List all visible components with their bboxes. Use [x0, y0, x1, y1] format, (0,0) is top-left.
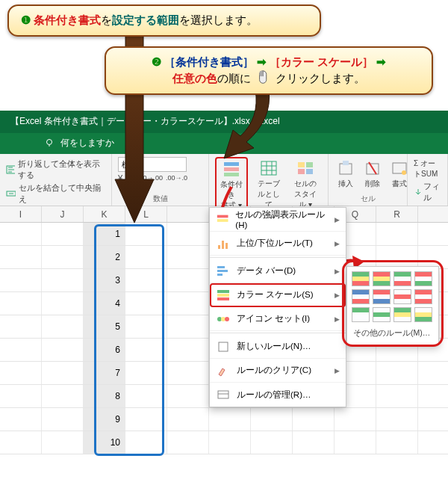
cell[interactable] — [376, 385, 418, 407]
cell[interactable]: 8 — [84, 385, 125, 407]
cell[interactable] — [0, 246, 42, 268]
more-rules-button[interactable]: その他のルール(M)… — [352, 327, 434, 340]
cell[interactable] — [0, 339, 42, 361]
cell[interactable] — [42, 408, 84, 431]
cell[interactable]: 10 — [84, 431, 125, 454]
cell[interactable] — [167, 269, 209, 291]
menu-item-clear-rules[interactable]: ルールのクリア(C)▶ — [210, 359, 346, 383]
cell[interactable] — [167, 223, 209, 245]
cell[interactable] — [42, 362, 84, 384]
menu-item-manage-rules[interactable]: ルールの管理(R)… — [210, 383, 346, 407]
cell[interactable] — [42, 292, 84, 315]
table-row[interactable]: 10 — [0, 431, 448, 454]
cell[interactable] — [293, 431, 335, 454]
cell[interactable] — [42, 315, 84, 338]
cell[interactable] — [0, 223, 42, 245]
color-scale-swatch[interactable] — [352, 307, 370, 322]
cell[interactable] — [167, 246, 209, 268]
color-scale-swatch[interactable] — [414, 289, 432, 304]
cell[interactable] — [167, 431, 209, 454]
merge-center-button[interactable]: セルを結合して中央揃え — [6, 182, 105, 205]
cell[interactable] — [209, 431, 251, 454]
cell[interactable]: 2 — [84, 246, 125, 268]
color-scale-swatch[interactable] — [352, 289, 370, 304]
cell[interactable] — [167, 292, 209, 315]
cell[interactable] — [376, 246, 418, 268]
cell[interactable]: 1 — [84, 223, 125, 245]
cell[interactable] — [335, 408, 376, 431]
cell[interactable] — [125, 431, 167, 454]
cell[interactable] — [125, 246, 167, 268]
cell[interactable] — [376, 408, 418, 431]
cell[interactable] — [125, 223, 167, 245]
cell[interactable]: 4 — [84, 292, 125, 315]
cell[interactable] — [42, 269, 84, 291]
table-row[interactable]: 9 — [0, 408, 448, 431]
column-header[interactable]: I — [0, 206, 42, 222]
decrease-decimal-button[interactable]: .00→.0 — [166, 174, 187, 182]
cell[interactable] — [209, 408, 251, 431]
cell[interactable] — [0, 431, 42, 454]
cell[interactable] — [167, 315, 209, 338]
conditional-formatting-button[interactable]: 条件付き 書式 ▾ — [215, 157, 248, 214]
cell[interactable] — [167, 339, 209, 361]
color-scale-swatch[interactable] — [373, 271, 391, 286]
cell-styles-button[interactable]: セルの スタイル ▾ — [289, 157, 322, 212]
color-scale-swatch[interactable] — [373, 289, 391, 304]
cell[interactable] — [42, 431, 84, 454]
cell[interactable]: 5 — [84, 315, 125, 338]
color-scale-swatch[interactable] — [414, 271, 432, 286]
cell[interactable] — [42, 246, 84, 268]
cell[interactable] — [376, 431, 418, 454]
cell[interactable] — [376, 223, 418, 245]
cell[interactable] — [0, 408, 42, 431]
cell[interactable] — [0, 385, 42, 407]
cell[interactable] — [167, 385, 209, 407]
cell[interactable] — [335, 431, 376, 454]
cell[interactable] — [125, 292, 167, 315]
cell[interactable] — [251, 431, 293, 454]
menu-item-data-bars[interactable]: データ バー(D)▶ — [210, 259, 346, 283]
fill-button[interactable]: フィル — [414, 181, 441, 203]
cell[interactable] — [42, 339, 84, 361]
column-header[interactable]: R — [376, 206, 418, 222]
cell[interactable] — [125, 362, 167, 384]
cell[interactable] — [293, 408, 335, 431]
menu-item-color-scales[interactable]: カラー スケール(S)▶ — [210, 283, 346, 307]
cell[interactable] — [251, 408, 293, 431]
color-scale-swatch[interactable] — [393, 289, 411, 304]
wrap-text-button[interactable]: 折り返して全体を表示する — [6, 158, 105, 181]
cell[interactable] — [0, 292, 42, 315]
menu-item-highlight-rules[interactable]: セルの強調表示ルール(H)▶ — [210, 208, 346, 232]
cell[interactable]: 6 — [84, 339, 125, 361]
cell[interactable] — [125, 408, 167, 431]
autosum-button[interactable]: Σ オートSUM — [414, 158, 441, 179]
menu-item-icon-sets[interactable]: アイコン セット(I)▶ — [210, 307, 346, 331]
cell[interactable] — [0, 269, 42, 291]
cell[interactable]: 9 — [84, 408, 125, 431]
cell[interactable] — [376, 362, 418, 384]
column-header[interactable] — [167, 206, 209, 222]
menu-item-top-bottom-rules[interactable]: 上位/下位ルール(T)▶ — [210, 232, 346, 256]
cell[interactable]: 7 — [84, 362, 125, 384]
cell[interactable] — [125, 385, 167, 407]
cell[interactable] — [42, 223, 84, 245]
color-scale-swatch[interactable] — [373, 307, 391, 322]
cell[interactable] — [125, 315, 167, 338]
delete-button[interactable]: 削除 — [361, 157, 384, 191]
cell[interactable] — [42, 385, 84, 407]
cell[interactable] — [167, 408, 209, 431]
column-header[interactable]: J — [42, 206, 84, 222]
menu-item-new-rule[interactable]: 新しいルール(N)… — [210, 335, 346, 359]
cell[interactable] — [125, 339, 167, 361]
color-scale-swatch[interactable] — [352, 271, 370, 286]
cell[interactable] — [167, 362, 209, 384]
color-scale-swatch[interactable] — [414, 307, 432, 322]
insert-button[interactable]: 挿入 — [335, 157, 357, 191]
cell[interactable] — [125, 269, 167, 291]
cell[interactable]: 3 — [84, 269, 125, 291]
cell[interactable] — [0, 362, 42, 384]
color-scale-swatch[interactable] — [393, 307, 411, 322]
color-scale-swatch[interactable] — [393, 271, 411, 286]
cell[interactable] — [0, 315, 42, 338]
